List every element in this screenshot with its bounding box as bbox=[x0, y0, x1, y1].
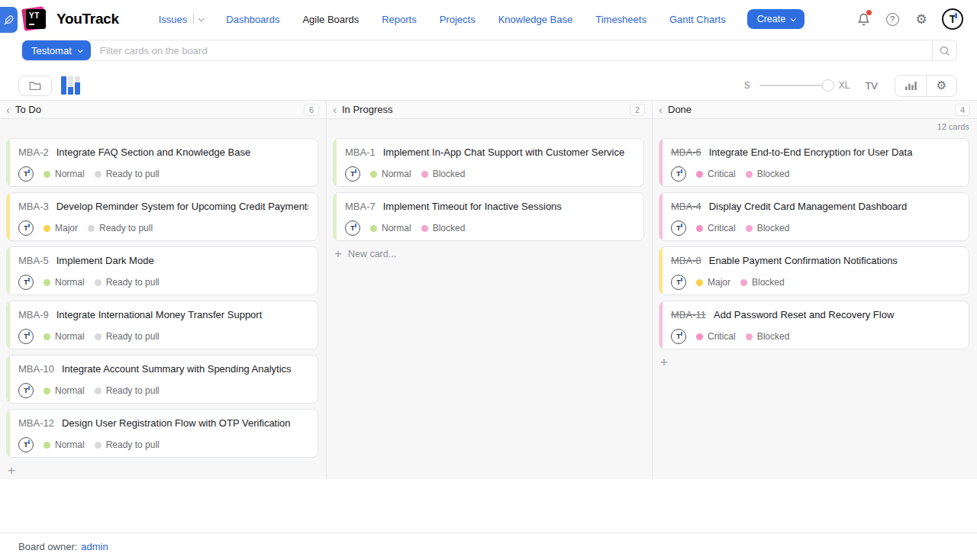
card-title[interactable]: Enable Payment Confirmation Notification… bbox=[709, 255, 898, 266]
card-title[interactable]: Implement In-App Chat Support with Custo… bbox=[383, 146, 624, 158]
card-title[interactable]: Implement Timeout for Inactive Sessions bbox=[383, 201, 562, 212]
card[interactable]: MBA-1Implement In-App Chat Support with … bbox=[333, 138, 644, 187]
column-header-todo[interactable]: ‹ To Do 6 bbox=[0, 101, 326, 118]
priority-badge[interactable]: Major bbox=[696, 277, 730, 288]
state-badge[interactable]: Blocked bbox=[746, 223, 790, 233]
card-id[interactable]: MBA-2 bbox=[18, 146, 49, 158]
priority-badge[interactable]: Normal bbox=[370, 223, 411, 233]
card-title[interactable]: Integrate Account Summary with Spending … bbox=[62, 363, 292, 375]
state-badge[interactable]: Ready to pull bbox=[95, 169, 160, 179]
assignee-avatar[interactable]: T bbox=[345, 220, 360, 236]
card-id[interactable]: MBA-6 bbox=[671, 146, 701, 158]
priority-badge[interactable]: Major bbox=[44, 223, 78, 233]
help-button[interactable]: ? bbox=[884, 11, 901, 27]
nav-item-gantt-charts[interactable]: Gantt Charts bbox=[669, 14, 726, 25]
nav-item-reports[interactable]: Reports bbox=[382, 14, 417, 25]
assignee-avatar[interactable]: T bbox=[18, 329, 34, 344]
card-id[interactable]: MBA-3 bbox=[18, 201, 49, 212]
assignee-avatar[interactable]: T bbox=[671, 329, 686, 344]
priority-badge[interactable]: Normal bbox=[44, 277, 85, 288]
card-id[interactable]: MBA-9 bbox=[18, 309, 49, 320]
card[interactable]: MBA-8Enable Payment Confirmation Notific… bbox=[659, 246, 969, 295]
add-card-button[interactable]: + bbox=[8, 464, 326, 477]
assignee-avatar[interactable]: T bbox=[18, 275, 34, 290]
user-avatar[interactable]: T bbox=[942, 8, 963, 30]
assignee-avatar[interactable]: T bbox=[18, 383, 34, 398]
assignee-avatar[interactable]: T bbox=[671, 275, 686, 290]
card-id[interactable]: MBA-8 bbox=[671, 255, 701, 266]
backlog-button[interactable] bbox=[18, 76, 52, 96]
assignee-avatar[interactable]: T bbox=[18, 220, 34, 236]
settings-button[interactable]: ⚙ bbox=[913, 11, 930, 27]
card[interactable]: MBA-11Add Password Reset and Recovery Fl… bbox=[659, 301, 969, 349]
card-id[interactable]: MBA-7 bbox=[345, 201, 376, 212]
card-id[interactable]: MBA-4 bbox=[671, 201, 701, 212]
nav-item-agile-boards[interactable]: Agile Boards bbox=[302, 14, 359, 25]
nav-item-issues[interactable]: Issues bbox=[159, 14, 204, 25]
burndown-chart-button[interactable] bbox=[895, 76, 926, 96]
feedback-tab[interactable] bbox=[0, 7, 18, 33]
card-title[interactable]: Display Credit Card Management Dashboard bbox=[709, 201, 907, 212]
add-card-button[interactable]: + bbox=[660, 356, 977, 369]
board-selector[interactable]: Testomat bbox=[22, 40, 91, 60]
priority-badge[interactable]: Normal bbox=[370, 169, 411, 179]
notifications-button[interactable] bbox=[855, 11, 872, 27]
priority-badge[interactable]: Critical bbox=[696, 331, 736, 342]
nav-item-timesheets[interactable]: Timesheets bbox=[595, 14, 646, 25]
card-title[interactable]: Integrate FAQ Section and Knowledge Base bbox=[56, 146, 250, 158]
collapse-column-icon[interactable]: ‹ bbox=[333, 104, 337, 115]
slider-handle[interactable] bbox=[822, 79, 834, 92]
search-button[interactable] bbox=[932, 40, 956, 60]
assignee-avatar[interactable]: T bbox=[671, 166, 686, 182]
card-title[interactable]: Integrate End-to-End Encryption for User… bbox=[709, 146, 913, 158]
card-title[interactable]: Add Password Reset and Recovery Flow bbox=[714, 309, 894, 320]
collapse-column-icon[interactable]: ‹ bbox=[659, 104, 663, 115]
nav-item-knowledge-base[interactable]: Knowledge Base bbox=[498, 14, 573, 25]
chevron-down-icon[interactable] bbox=[198, 15, 205, 21]
state-badge[interactable]: Blocked bbox=[746, 331, 790, 342]
state-badge[interactable]: Ready to pull bbox=[95, 439, 160, 450]
state-badge[interactable]: Ready to pull bbox=[95, 331, 160, 342]
filter-input[interactable] bbox=[91, 40, 932, 60]
state-badge[interactable]: Blocked bbox=[740, 277, 785, 288]
card-title[interactable]: Integrate International Money Transfer S… bbox=[56, 309, 263, 320]
card[interactable]: MBA-3Develop Reminder System for Upcomin… bbox=[6, 192, 318, 241]
assignee-avatar[interactable]: T bbox=[18, 166, 34, 182]
nav-item-dashboards[interactable]: Dashboards bbox=[226, 14, 279, 25]
tv-mode-button[interactable]: TV bbox=[865, 80, 878, 92]
card-title[interactable]: Implement Dark Mode bbox=[56, 255, 154, 266]
card-title[interactable]: Develop Reminder System for Upcoming Cre… bbox=[56, 201, 308, 212]
card-id[interactable]: MBA-10 bbox=[18, 363, 54, 375]
new-card-button[interactable]: + New card... bbox=[334, 247, 652, 260]
board-settings-button[interactable]: ⚙ bbox=[926, 76, 956, 96]
card[interactable]: MBA-4Display Credit Card Management Dash… bbox=[659, 192, 969, 241]
card[interactable]: MBA-2Integrate FAQ Section and Knowledge… bbox=[6, 138, 318, 187]
priority-badge[interactable]: Normal bbox=[44, 439, 85, 450]
card[interactable]: MBA-12Design User Registration Flow with… bbox=[6, 409, 318, 458]
board-owner-link[interactable]: admin bbox=[81, 541, 108, 552]
card-id[interactable]: MBA-12 bbox=[18, 417, 54, 429]
priority-badge[interactable]: Critical bbox=[696, 223, 736, 233]
assignee-avatar[interactable]: T bbox=[671, 220, 686, 236]
chart-toggle-button[interactable] bbox=[61, 76, 80, 95]
state-badge[interactable]: Blocked bbox=[421, 169, 466, 179]
card[interactable]: MBA-9Integrate International Money Trans… bbox=[6, 301, 318, 349]
state-badge[interactable]: Ready to pull bbox=[88, 223, 153, 233]
create-button[interactable]: Create bbox=[747, 9, 805, 29]
state-badge[interactable]: Ready to pull bbox=[95, 277, 160, 288]
card-id[interactable]: MBA-5 bbox=[18, 255, 49, 266]
card-title[interactable]: Design User Registration Flow with OTP V… bbox=[62, 417, 291, 429]
card[interactable]: MBA-6Integrate End-to-End Encryption for… bbox=[659, 138, 969, 187]
card-id[interactable]: MBA-1 bbox=[345, 146, 376, 158]
assignee-avatar[interactable]: T bbox=[345, 166, 360, 182]
card-id[interactable]: MBA-11 bbox=[671, 309, 706, 320]
youtrack-logo[interactable]: YT YouTrack bbox=[23, 5, 119, 33]
column-header-in-progress[interactable]: ‹ In Progress 2 bbox=[326, 101, 652, 118]
card-size-slider[interactable] bbox=[759, 79, 830, 92]
state-badge[interactable]: Ready to pull bbox=[95, 385, 160, 396]
column-header-done[interactable]: ‹ Done 4 bbox=[652, 101, 977, 118]
card[interactable]: MBA-7Implement Timeout for Inactive Sess… bbox=[333, 192, 644, 241]
priority-badge[interactable]: Normal bbox=[44, 169, 85, 179]
card[interactable]: MBA-5Implement Dark ModeTNormalReady to … bbox=[6, 246, 318, 295]
state-badge[interactable]: Blocked bbox=[421, 223, 466, 233]
